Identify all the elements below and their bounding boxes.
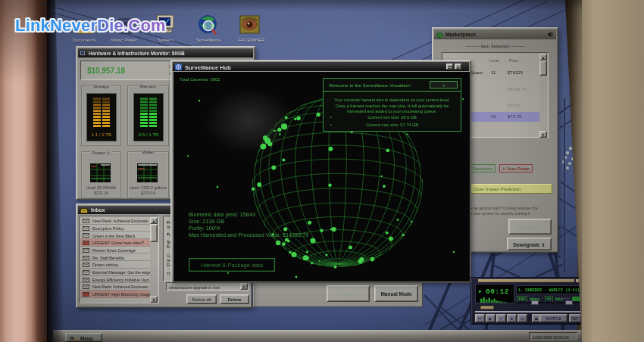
svg-text:LinkNeverDie.Com: LinkNeverDie.Com xyxy=(15,16,166,35)
